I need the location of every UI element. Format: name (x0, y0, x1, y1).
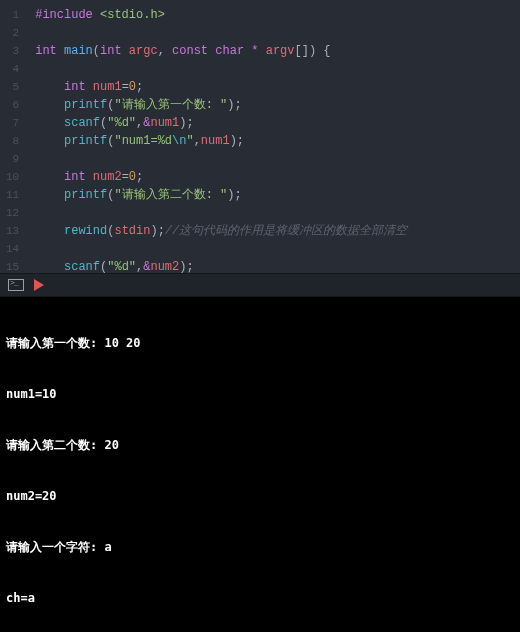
code-line[interactable]: #include <stdio.h> (35, 6, 512, 24)
code-line[interactable] (35, 240, 512, 258)
line-number: 5 (6, 78, 31, 96)
line-number: 4 (6, 60, 31, 78)
line-number: 6 (6, 96, 31, 114)
run-icon[interactable] (34, 279, 44, 291)
code-area[interactable]: #include <stdio.h> int main(int argc, co… (31, 0, 520, 273)
line-number: 13 (6, 222, 31, 240)
terminal-line: num1=10 (6, 386, 514, 403)
code-line[interactable]: printf("请输入第二个数: "); (35, 186, 512, 204)
code-line[interactable] (35, 24, 512, 42)
code-line[interactable] (35, 60, 512, 78)
code-line[interactable]: int num1=0; (35, 78, 512, 96)
line-number: 12 (6, 204, 31, 222)
code-line[interactable]: scanf("%d",&num1); (35, 114, 512, 132)
terminal-icon[interactable] (8, 279, 24, 291)
code-line[interactable]: int main(int argc, const char * argv[]) … (35, 42, 512, 60)
line-number: 8 (6, 132, 31, 150)
code-line[interactable]: printf("请输入第一个数: "); (35, 96, 512, 114)
terminal-line: num2=20 (6, 488, 514, 505)
line-number: 10 (6, 168, 31, 186)
line-number-gutter: 1 2 3 4 5 6 7 8 9 10 11 12 13 14 15 16 1… (0, 0, 31, 273)
code-line[interactable] (35, 204, 512, 222)
terminal-output[interactable]: 请输入第一个数: 10 20 num1=10 请输入第二个数: 20 num2=… (0, 297, 520, 632)
line-number: 2 (6, 24, 31, 42)
terminal-line: 请输入一个字符: a (6, 539, 514, 556)
line-number: 14 (6, 240, 31, 258)
code-line[interactable]: printf("num1=%d\n",num1); (35, 132, 512, 150)
code-line[interactable]: int num2=0; (35, 168, 512, 186)
code-line[interactable] (35, 150, 512, 168)
line-number: 9 (6, 150, 31, 168)
code-line[interactable]: rewind(stdin);//这句代码的作用是将缓冲区的数据全部清空 (35, 222, 512, 240)
terminal-toolbar (0, 273, 520, 297)
terminal-line: ch=a (6, 590, 514, 607)
terminal-line: 请输入第一个数: 10 20 (6, 335, 514, 352)
line-number: 1 (6, 6, 31, 24)
terminal-line: 请输入第二个数: 20 (6, 437, 514, 454)
line-number: 3 (6, 42, 31, 60)
line-number: 15 (6, 258, 31, 273)
code-line[interactable]: scanf("%d",&num2); (35, 258, 512, 273)
line-number: 7 (6, 114, 31, 132)
code-editor[interactable]: 1 2 3 4 5 6 7 8 9 10 11 12 13 14 15 16 1… (0, 0, 520, 273)
line-number: 11 (6, 186, 31, 204)
